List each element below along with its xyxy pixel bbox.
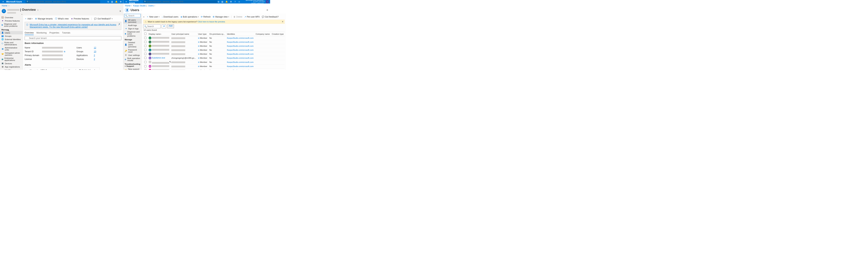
breadcrumb-tenant[interactable]: Kaopu Studio (133, 4, 146, 7)
tab-overview[interactable]: Overview (25, 31, 34, 35)
sidebar-item-groups[interactable]: 👥Groups (0, 34, 23, 38)
info-link[interactable]: 2 (94, 58, 95, 60)
col-display-name[interactable]: Display name↑ (148, 32, 170, 36)
breadcrumb-home[interactable]: Home (2, 4, 7, 7)
notifications-icon[interactable]: 🔔 (225, 1, 228, 3)
row-checkbox[interactable] (144, 65, 147, 67)
sidebar-item-diagnose-and-solve-problems[interactable]: ✖Diagnose and solve problems (0, 22, 23, 28)
identity-link[interactable]: KaopuStudio.onmicrosoft.com (227, 41, 253, 43)
copy-icon[interactable]: ⧉ (198, 45, 199, 47)
sidebar-item-password[interactable]: 🔑Password reset (123, 48, 142, 54)
add-button[interactable]: ＋Add ▾ (25, 17, 33, 20)
sidebar-item-external-identities[interactable]: 🌐External Identities (0, 38, 23, 41)
sidebar-item-audit[interactable]: 📄Audit logs (123, 24, 142, 27)
add-filter-button[interactable]: Add (167, 25, 174, 28)
col-identities[interactable]: Identities (226, 32, 254, 36)
col-company[interactable]: Company name (255, 32, 271, 36)
identity-link[interactable]: KaopuStudio.onmicrosoft.com (227, 65, 253, 67)
cloud-shell-icon[interactable]: ⧉ (107, 1, 109, 3)
banner-close-icon[interactable]: ✕ (119, 23, 120, 25)
notifications-icon[interactable]: 🔔 (115, 1, 118, 3)
settings-icon[interactable]: ⚙ (120, 1, 122, 3)
sidebar-item-devices[interactable]: 💻Devices (0, 62, 23, 65)
entra-banner-link[interactable]: Microsoft Entra has a simpler, integrate… (30, 24, 116, 28)
col-user-type[interactable]: User type (197, 32, 208, 36)
close-icon[interactable]: ✕ (266, 9, 268, 11)
table-row[interactable]: QL ⧉Member No KaopuStudio.onmicrosoft.co… (143, 48, 285, 52)
refresh-button[interactable]: ⟳Refresh (201, 15, 211, 18)
sidebar-item-enterprise-applications[interactable]: ▦Enterprise applications (0, 57, 23, 62)
sidebar-item-app-registrations[interactable]: ▦App registrations (0, 65, 23, 68)
collapse-sidebar-icon[interactable]: « (143, 15, 145, 18)
sidebar-item-users[interactable]: 👤Users (0, 31, 23, 34)
table-row[interactable]: AD ⧉Member No KaopuStudio.onmicrosoft.co… (143, 36, 285, 40)
sidebar-item-diagnose[interactable]: ✖Diagnose and solve problems (123, 30, 142, 37)
tab-monitoring[interactable]: Monitoring (36, 31, 46, 35)
copy-icon[interactable]: ⧉ (198, 69, 199, 70)
got-feedback-button[interactable]: 💬Got feedback? ▾ (94, 18, 113, 20)
avatar[interactable]: 👤 (266, 0, 269, 3)
sidebar-item-delegated-admin-partners[interactable]: 🤝Delegated admin partners (0, 52, 23, 57)
info-link[interactable]: 2 (94, 54, 95, 57)
feedback-icon[interactable]: ☺ (238, 1, 240, 3)
account-info[interactable]: admin@m365.larksuite... KAOPU STUDIO (M3… (242, 0, 265, 4)
global-search-input[interactable] (143, 0, 218, 3)
sidebar-search[interactable]: 🔍 (124, 14, 141, 18)
identity-link[interactable]: KaopuStudio.onmicrosoft.com (227, 37, 253, 39)
tab-properties[interactable]: Properties (49, 31, 59, 35)
sidebar-item-overview[interactable]: 🪟Overview (0, 16, 23, 19)
identity-link[interactable]: KaopuStudio.onmicrosoft.com (227, 49, 253, 51)
sidebar-item-user-settings[interactable]: ⚙User settings (123, 54, 142, 57)
new-user-button[interactable]: ＋New user ▾ (147, 15, 160, 18)
identity-link[interactable]: KaopuStudio.onmicrosoft.com (227, 69, 253, 70)
breadcrumb-users[interactable]: Users (148, 4, 154, 7)
settings-icon[interactable]: ⚙ (230, 1, 232, 3)
col-upn[interactable]: User principal name (170, 32, 197, 36)
row-checkbox[interactable] (144, 45, 147, 47)
cloud-shell-icon[interactable]: ⧉ (218, 1, 219, 3)
got-feedback-button[interactable]: 💬Got feedback? (262, 15, 279, 18)
global-search-input[interactable] (26, 0, 100, 3)
whats-new-button[interactable]: ⓘWhat's new (55, 17, 69, 20)
sidebar-item-identity-governance[interactable]: 🛡Identity Governance (0, 68, 23, 70)
row-checkbox[interactable] (144, 61, 147, 63)
select-all-checkbox[interactable] (144, 33, 147, 35)
bulk-operations-button[interactable]: ≣Bulk operations ▾ (181, 15, 199, 18)
row-checkbox[interactable] (144, 41, 147, 43)
table-row[interactable]: RS ⧉Member No KaopuStudio.onmicrosoft.co… (143, 52, 285, 56)
sidebar-item-all-users[interactable]: 👤All users (preview) (123, 19, 142, 24)
identity-link[interactable]: KaopuStudio.onmicrosoft.com (227, 57, 253, 59)
manage-tenants-button[interactable]: ⚙Manage tenants (35, 18, 53, 20)
sidebar-search-input[interactable] (128, 14, 140, 16)
col-creation[interactable]: Creation type (271, 32, 285, 36)
sidebar-item-deleted[interactable]: 👤Deleted users (preview) (123, 41, 142, 48)
hamburger-icon[interactable]: ≡ (1, 1, 5, 3)
download-users-button[interactable]: ↓Download users (162, 15, 178, 18)
table-row[interactable]: SU SubAdmin-test zhongzegeng1@m365.go...… (143, 56, 285, 60)
user-name-link[interactable]: SubAdmin-test (152, 57, 165, 59)
preview-features-button[interactable]: ★Preview features (71, 18, 89, 20)
per-user-mfa-button[interactable]: ↗Per-user MFA (244, 15, 260, 18)
sidebar-item-bulk[interactable]: ≣Bulk operation results (123, 57, 142, 62)
row-checkbox[interactable] (144, 53, 147, 55)
close-icon[interactable]: ✕ (119, 10, 121, 12)
copy-icon[interactable]: ⧉ (198, 41, 199, 43)
sidebar-item-preview-features[interactable]: ★Preview features (0, 19, 23, 22)
copy-icon[interactable]: ⧉ (198, 65, 199, 67)
table-row[interactable]: 公共 ⧉Member No KaopuStudio.onmicrosoft.co… (143, 68, 285, 70)
table-row[interactable]: PM ⧉Member No KaopuStudio.onmicrosoft.co… (143, 44, 285, 48)
identity-link[interactable]: KaopuStudio.onmicrosoft.com (227, 61, 253, 63)
filter-icon[interactable]: ▥ (221, 1, 223, 3)
manage-view-button[interactable]: ⚙Manage view ▾ (213, 15, 229, 18)
identity-link[interactable]: KaopuStudio.onmicrosoft.com (227, 53, 253, 55)
tab-tutorials[interactable]: Tutorials (62, 31, 70, 35)
table-row[interactable]: 全员 ⧉Member No KaopuStudio.onmicrosoft.co… (143, 64, 285, 68)
search-tenant-input[interactable] (25, 36, 121, 40)
copy-icon[interactable]: ⧉ (198, 57, 199, 59)
copy-icon[interactable]: ⧉ (198, 49, 199, 51)
copy-icon[interactable]: ⧉ (198, 61, 199, 63)
sidebar-item-signin[interactable]: ➜Sign-in logs (123, 27, 142, 30)
favorite-star-icon[interactable]: ☆ (37, 8, 39, 11)
row-checkbox[interactable] (144, 37, 147, 39)
copy-icon[interactable]: ⧉ (198, 53, 199, 55)
